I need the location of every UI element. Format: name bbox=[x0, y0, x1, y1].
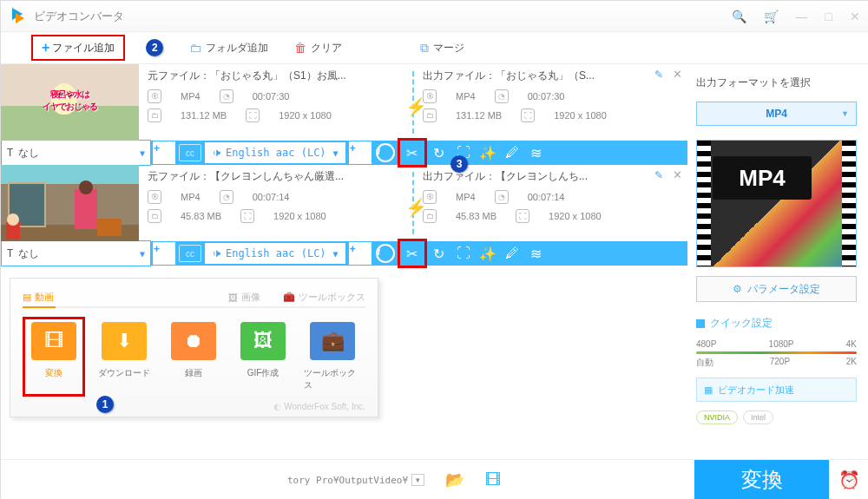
format-icon: ⦿ bbox=[148, 190, 161, 204]
out-res: 1920 x 1080 bbox=[549, 211, 602, 221]
folder-size-icon: 🗀 bbox=[148, 108, 161, 122]
info-button[interactable]: i bbox=[373, 141, 398, 165]
quick-text: クイック設定 bbox=[710, 316, 773, 331]
output-title: 出力ファイル：「おじゃる丸」（S... bbox=[423, 69, 679, 83]
resolution-icon: ⛶ bbox=[521, 108, 535, 122]
text-icon: T bbox=[7, 147, 13, 159]
effects-button[interactable]: ✨ bbox=[476, 241, 500, 266]
path-dropdown[interactable]: ▾ bbox=[411, 474, 424, 486]
cut-button[interactable]: ✂ bbox=[398, 138, 427, 167]
tab-toolbox[interactable]: 🧰ツールボックス bbox=[283, 291, 365, 304]
add-audio-button[interactable]: + bbox=[349, 242, 372, 265]
tool-panel: ▤動画 🖼画像 🧰ツールボックス 🎞 変換 ⬇ ダウンロード ⏺ bbox=[10, 278, 378, 417]
info-button[interactable]: i bbox=[373, 241, 398, 266]
preset: 2K bbox=[846, 357, 857, 369]
cc-button[interactable]: cc bbox=[179, 144, 201, 161]
subtitle-value: なし bbox=[18, 246, 39, 261]
cut-button[interactable]: ✂ bbox=[398, 239, 427, 268]
edit-icon[interactable]: ✎ bbox=[654, 69, 663, 81]
subtitle-select[interactable]: T なし ▼ bbox=[1, 240, 151, 266]
media-icon[interactable]: 🎞 bbox=[485, 471, 501, 489]
output-path: tory Pro¥OutputVideo¥ bbox=[287, 475, 408, 486]
rotate-button[interactable]: ↻ bbox=[427, 241, 451, 266]
parameter-settings-button[interactable]: ⚙ パラメータ設定 bbox=[696, 276, 857, 302]
bolt-icon: ⚡ bbox=[405, 197, 427, 218]
tool-download[interactable]: ⬇ ダウンロード bbox=[94, 317, 155, 397]
watermark-button[interactable]: 🖉 bbox=[500, 241, 524, 266]
callout-badge-3: 3 bbox=[450, 155, 468, 173]
format-value: MP4 bbox=[766, 108, 787, 120]
subtitle-select[interactable]: T なし ▼ bbox=[1, 140, 151, 166]
tool-convert[interactable]: 🎞 変換 bbox=[23, 317, 85, 397]
convert-button[interactable]: 変換 bbox=[694, 460, 829, 499]
tool-gif[interactable]: 🖼 GIF作成 bbox=[233, 317, 293, 397]
source-title: 元ファイル：【クレヨンしんちゃん厳選... bbox=[148, 169, 404, 184]
callout-badge-2: 2 bbox=[146, 39, 163, 56]
speaker-icon: 🕩 bbox=[212, 247, 222, 259]
video-thumbnail[interactable] bbox=[1, 165, 139, 241]
app-title: ビデオコンバータ bbox=[34, 9, 124, 24]
tab-image[interactable]: 🖼画像 bbox=[228, 291, 260, 304]
add-subtitle-button[interactable]: + bbox=[153, 141, 175, 164]
file-row: 寝呂や水は イヤでおじゃる 元ファイル：「おじゃる丸」（S1）お風... ⦿MP… bbox=[1, 64, 687, 141]
alarm-icon[interactable]: ⏰ bbox=[829, 460, 868, 499]
search-icon[interactable]: 🔍 bbox=[732, 10, 746, 23]
filter-button[interactable]: ≋ bbox=[524, 141, 549, 165]
audio-select[interactable]: 🕩 English aac (LC) ▼ bbox=[205, 243, 345, 264]
merge-icon: ⧉ bbox=[420, 41, 429, 56]
maximize-button[interactable]: □ bbox=[825, 10, 832, 23]
remove-file-icon[interactable]: ✕ bbox=[673, 68, 682, 81]
trash-icon: 🗑 bbox=[294, 41, 306, 55]
intel-badge: Intel bbox=[743, 410, 773, 424]
file-row: 元ファイル：【クレヨンしんちゃん厳選... ⦿MP4 ◔00:07:14 🗀45… bbox=[1, 165, 687, 241]
remove-file-icon[interactable]: ✕ bbox=[673, 168, 682, 181]
bolt-icon: ⚡ bbox=[405, 96, 427, 117]
cart-icon[interactable]: 🛒 bbox=[764, 10, 779, 23]
titlebar: ビデオコンバータ 🔍 🛒 — □ ✕ bbox=[1, 1, 868, 32]
edit-icon[interactable]: ✎ bbox=[654, 169, 663, 181]
tool-record[interactable]: ⏺ 録画 bbox=[163, 317, 224, 397]
filter-button[interactable]: ≋ bbox=[524, 241, 549, 266]
clear-label: クリア bbox=[311, 41, 342, 56]
source-info: 元ファイル：【クレヨンしんちゃん厳選... ⦿MP4 ◔00:07:14 🗀45… bbox=[139, 165, 412, 241]
crop-button[interactable]: ⛶ bbox=[451, 241, 476, 266]
download-icon: ⬇ bbox=[102, 322, 147, 360]
gif-icon: 🖼 bbox=[240, 322, 286, 360]
merge-button[interactable]: ⧉ マージ bbox=[420, 41, 464, 56]
preset: 720P bbox=[770, 357, 790, 369]
output-info: ⚡ ✎ ✕ 出力ファイル：【クレヨンしんち... ⦿MP4 ◔00:07:14 … bbox=[414, 165, 687, 241]
resolution-slider[interactable]: 480P 1080P 4K 自動 720P 2K bbox=[696, 339, 857, 369]
resolution-icon: ⛶ bbox=[516, 209, 529, 223]
effects-button[interactable]: ✨ bbox=[476, 141, 500, 165]
brand-label: WonderFox Soft, Inc. bbox=[23, 402, 365, 411]
tool-label: ダウンロード bbox=[98, 367, 150, 379]
chevron-down-icon: ▼ bbox=[333, 249, 339, 259]
add-folder-button[interactable]: 🗀 フォルダ追加 bbox=[189, 41, 268, 56]
audio-select[interactable]: 🕩 English aac (LC) ▼ bbox=[205, 142, 345, 163]
out-duration: 00:07:14 bbox=[528, 192, 565, 202]
close-button[interactable]: ✕ bbox=[850, 10, 860, 23]
format-thumbnail[interactable]: MP4 bbox=[696, 140, 857, 267]
gpu-accel-button[interactable]: ▦ ビデオカード加速 bbox=[696, 378, 857, 402]
resolution-icon: ⛶ bbox=[240, 209, 254, 223]
add-subtitle-button[interactable]: + bbox=[153, 242, 175, 265]
preset: 4K bbox=[846, 339, 857, 349]
tab-label: 画像 bbox=[241, 291, 260, 304]
plus-icon: + bbox=[42, 40, 49, 56]
preset: 480P bbox=[696, 339, 716, 349]
minimize-button[interactable]: — bbox=[796, 10, 808, 23]
open-folder-icon[interactable]: 📂 bbox=[445, 470, 464, 489]
cc-button[interactable]: cc bbox=[179, 245, 201, 262]
format-select[interactable]: MP4 bbox=[696, 102, 857, 126]
tab-video[interactable]: ▤動画 bbox=[23, 291, 54, 304]
video-thumbnail[interactable]: 寝呂や水は イヤでおじゃる bbox=[1, 64, 139, 141]
param-label: パラメータ設定 bbox=[747, 282, 820, 297]
tool-toolbox[interactable]: 💼 ツールボックス bbox=[302, 317, 363, 397]
output-info: ⚡ ✎ ✕ 出力ファイル：「おじゃる丸」（S... ⦿MP4 ◔00:07:30… bbox=[414, 64, 687, 141]
watermark-button[interactable]: 🖉 bbox=[500, 141, 524, 165]
add-audio-button[interactable]: + bbox=[349, 141, 372, 164]
add-file-button[interactable]: + ファイル追加 bbox=[31, 35, 125, 61]
clear-button[interactable]: 🗑 クリア bbox=[294, 41, 342, 56]
audio-value: English aac (LC) bbox=[226, 247, 326, 259]
rotate-button[interactable]: ↻ bbox=[427, 141, 451, 165]
